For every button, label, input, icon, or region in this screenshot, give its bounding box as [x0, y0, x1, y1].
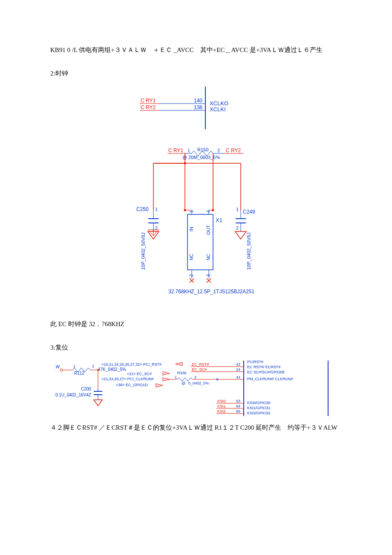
- r336-val: 0_0402_5%: [188, 381, 209, 385]
- c249-ref: C249: [243, 209, 255, 215]
- r336-p2: 2: [194, 375, 196, 379]
- r-clkrun: PM_CLKRUN#/ CLKRUN#: [247, 377, 293, 381]
- r150-p1: 1: [187, 148, 190, 153]
- r-ksi0: KSI0/GPIO30: [247, 401, 271, 405]
- pin-44: 44: [236, 375, 240, 379]
- net-cry2-top: C RY2: [226, 147, 241, 153]
- pin-65: 65: [236, 409, 240, 413]
- x1-in: IN: [189, 227, 194, 231]
- r150-ref: R150: [197, 147, 208, 152]
- x1-p2: 2: [189, 274, 194, 277]
- c249-p2: 2: [236, 225, 239, 231]
- x1-p4: 4: [206, 210, 211, 213]
- mid-ksi2: KSI2: [217, 409, 226, 413]
- svg-marker-31: [235, 231, 246, 239]
- net-cry1: C RY1: [141, 98, 156, 104]
- x1-p3: 3: [206, 274, 211, 277]
- r150-p2: 2: [217, 148, 220, 153]
- net-cry2: C RY2: [141, 104, 156, 110]
- net-3valw: +3VALW: [55, 364, 60, 369]
- schematic-reset: +3VALW 1 R112 2 47K_0402_5% C200 0.1U_04…: [55, 361, 337, 416]
- r112-val: 47K_0402_5%: [98, 367, 126, 372]
- r336-p1: 1: [175, 375, 177, 379]
- pin-63: 63: [236, 399, 240, 403]
- pin-24: 24: [236, 367, 240, 372]
- mid-ecsc: EC_SC#: [192, 367, 207, 372]
- paragraph-clock-note: 此 EC 时钟是 32．768KHZ: [50, 317, 342, 332]
- r-ecrst: EC RST#/ ECRST#: [247, 365, 281, 369]
- mid-ksi0: KSI0: [217, 399, 226, 403]
- crystal-footer: 32.768KHZ_12.5P_1TJS125BJ2A251: [168, 289, 254, 295]
- x1-nc1: NC: [189, 254, 194, 260]
- pin-138: 138: [194, 104, 202, 110]
- r-ecsc: EC SC#/SC#/GPIO0E: [247, 370, 285, 374]
- r112-p1: 1: [73, 364, 75, 368]
- r112-p2: 2: [92, 364, 94, 368]
- r-pcirst: PCIRST#: [247, 361, 263, 364]
- c200-val: 0.1U_0402_16V4Z: [55, 393, 91, 397]
- c249-val: 10P_0402_50V8J: [246, 233, 251, 270]
- c250-val: 10P_0402_50V8J: [141, 233, 146, 270]
- x1-out: OUT: [206, 225, 211, 235]
- pin-64: 64: [236, 404, 240, 408]
- r-ksi1: KSI1/GPIO31: [247, 406, 271, 410]
- r-ksi2: KSI2/GPIO32: [247, 411, 271, 415]
- net-cry1-top: C RY1: [168, 147, 183, 153]
- c200-ref: C200: [81, 387, 91, 391]
- anno-ec-gpio1d: <38> EC_GPIO1D: [116, 383, 148, 387]
- x1-nc2: NC: [206, 254, 211, 260]
- x1-p1: 1: [189, 210, 194, 213]
- svg-marker-50: [163, 372, 170, 375]
- paragraph-reset-note: ４２脚ＥＣRST# ／ＥCRST＃是ＥＣ的复位+3VAＬＷ通过 R1１２T C2…: [50, 420, 342, 435]
- c249-p1: 1: [236, 207, 239, 212]
- section-header-reset: 3:复位: [50, 343, 342, 353]
- x1-ref: X1: [216, 217, 222, 223]
- svg-point-15: [184, 162, 186, 165]
- paragraph-power: KB91 0 /L 供电有两组+３ＶＡＬＷ ＋ＥＣ _AVCC 其中+EC＿AV…: [50, 43, 342, 58]
- anno-pci-clkrun: <21,24,26,27> PCI_CLKRUN#: [101, 377, 154, 381]
- c250-p1: 1: [155, 207, 158, 212]
- svg-rect-32: [187, 214, 213, 270]
- mid-ecrst: EC_RST#: [192, 362, 209, 367]
- r112-ref: R112: [74, 371, 84, 376]
- pin-140: 140: [194, 98, 202, 104]
- r150-val: @ 20M_0603_5%: [182, 155, 220, 160]
- r336-ref: R336: [177, 371, 187, 375]
- anno-ec-sc: <21> EC_SC#: [127, 372, 152, 376]
- page: KB91 0 /L 供电有两组+３ＶＡＬＷ ＋ＥＣ _AVCC 其中+EC＿AV…: [0, 0, 392, 468]
- svg-marker-49: [176, 362, 182, 366]
- r336-at: @: [182, 381, 185, 385]
- label-xclki: XCLKI: [210, 106, 226, 113]
- mid-ksi1: KSI1: [217, 404, 226, 408]
- svg-point-39: [60, 369, 63, 371]
- c250-ref: C250: [136, 206, 149, 212]
- pin-42: 42: [236, 362, 240, 367]
- svg-marker-52: [156, 384, 163, 387]
- schematic-clock-pins: C RY1 C RY2 140 138 XCLKO XCLKI: [136, 87, 256, 129]
- svg-point-43: [97, 369, 99, 371]
- schematic-crystal: C RY1 C RY2 1 R150 2 @ 20M_0603_5% C250 …: [128, 146, 264, 304]
- anno-pci-rst: <19,21,24,25,26,27,32> PCI_RST#: [101, 362, 161, 367]
- svg-marker-48: [94, 400, 102, 406]
- section-header-clock: 2:时钟: [50, 69, 342, 78]
- label-xclko: XCLKO: [210, 100, 228, 107]
- svg-marker-51: [163, 378, 170, 381]
